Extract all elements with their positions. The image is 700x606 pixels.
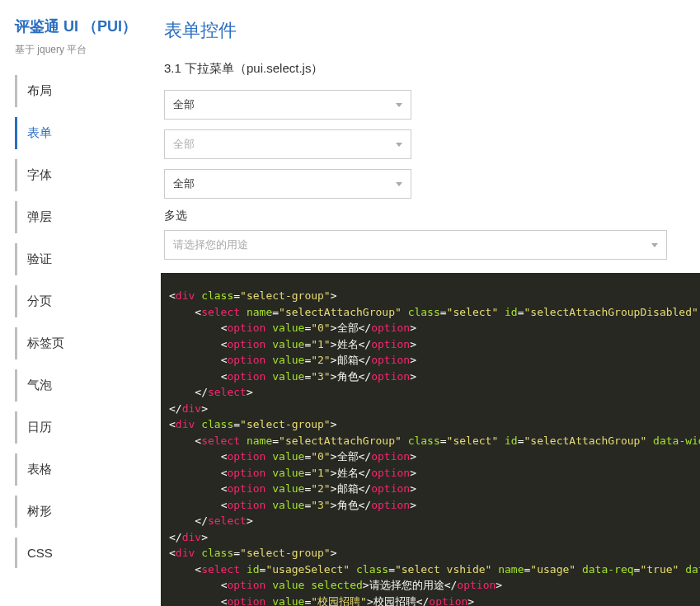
- page-title: 表单控件: [164, 18, 700, 43]
- sidebar-item-8[interactable]: 日历: [15, 411, 161, 444]
- select-value: 全部: [173, 97, 195, 112]
- multi-select-label: 多选: [164, 209, 700, 223]
- sidebar-item-0[interactable]: 布局: [15, 75, 161, 107]
- main-content: 表单控件 3.1 下拉菜单（pui.select.js） 全部 全部 全部 多选…: [161, 0, 700, 606]
- sidebar-item-10[interactable]: 树形: [15, 496, 161, 528]
- sidebar-item-7[interactable]: 气泡: [15, 369, 161, 402]
- sidebar-item-6[interactable]: 标签页: [15, 327, 161, 359]
- select-dropdown-2-disabled[interactable]: 全部: [164, 129, 411, 159]
- sidebar-item-4[interactable]: 验证: [15, 243, 161, 275]
- sidebar-item-9[interactable]: 表格: [15, 453, 161, 486]
- sidebar: 评鉴通 UI （PUI） 基于 jquery 平台 布局表单字体弹层验证分页标签…: [0, 0, 161, 606]
- sidebar-item-5[interactable]: 分页: [15, 285, 161, 317]
- select-value: 全部: [173, 137, 195, 152]
- sidebar-item-3[interactable]: 弹层: [15, 201, 161, 233]
- sidebar-item-11[interactable]: CSS: [15, 538, 161, 568]
- select-value: 全部: [173, 176, 195, 191]
- chevron-down-icon: [396, 182, 402, 186]
- select-dropdown-1[interactable]: 全部: [164, 90, 411, 120]
- code-sample: <div class="select-group"> <select name=…: [161, 273, 700, 606]
- chevron-down-icon: [396, 103, 402, 107]
- select-placeholder: 请选择您的用途: [173, 237, 248, 252]
- sidebar-item-1[interactable]: 表单: [15, 117, 161, 149]
- select-dropdown-3[interactable]: 全部: [164, 169, 411, 199]
- sidebar-item-2[interactable]: 字体: [15, 159, 161, 191]
- nav-list: 布局表单字体弹层验证分页标签页气泡日历表格树形CSS: [15, 75, 161, 568]
- chevron-down-icon: [651, 243, 658, 247]
- chevron-down-icon: [396, 143, 402, 147]
- multi-select-dropdown[interactable]: 请选择您的用途: [164, 230, 667, 260]
- brand-subtitle: 基于 jquery 平台: [15, 43, 161, 57]
- brand-title: 评鉴通 UI （PUI）: [15, 16, 161, 36]
- section-title: 3.1 下拉菜单（pui.select.js）: [164, 61, 700, 77]
